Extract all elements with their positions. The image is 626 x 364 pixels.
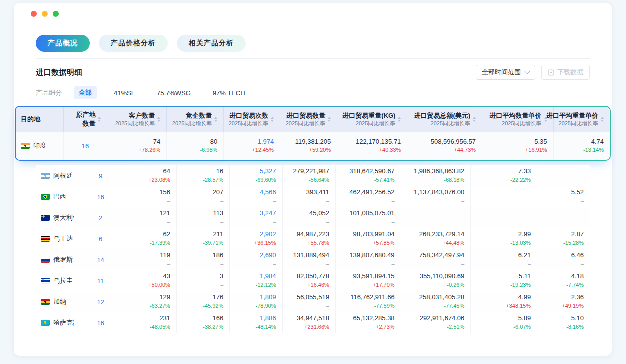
country-flag-icon (41, 299, 50, 305)
tab-product-overview[interactable]: 产品概况 (36, 35, 90, 52)
sort-icon[interactable] (214, 117, 218, 122)
cell-value: 119 (160, 251, 170, 260)
cell-value: 4.18 (572, 272, 584, 282)
table-row-uganda[interactable]: 乌干达662-17.39%211-39.71%2,902+36.15%94,98… (36, 228, 590, 250)
cell-value: 1,137,843,076.00 (414, 188, 464, 198)
cell-trade-times: 3,247– (230, 208, 282, 228)
col-trade-times[interactable]: 进口贸易次数2025同比增长率 (224, 107, 280, 132)
import-table-body: 阿根廷964+23.08%16-28.57%5,327-69.60%279,22… (36, 165, 590, 334)
cell-trade-times: 2,902+36.15% (230, 228, 282, 250)
table-row-india[interactable]: 印度1674+78.26%80-6.98%1,974+12.45%119,381… (16, 132, 610, 160)
cell-avg-quantity-price: 5.89-6.07% (471, 312, 538, 334)
col-competitor-count[interactable]: 竞企数量2025同比增长率 (167, 107, 224, 132)
cell-value: 98,703,991.04 (353, 230, 394, 240)
sort-icon[interactable] (601, 117, 604, 122)
table-row-argentina[interactable]: 阿根廷964+23.08%16-28.57%5,327-69.60%279,22… (36, 166, 590, 186)
cell-avg-weight-price: 4.18-7.74% (538, 270, 590, 292)
sort-icon[interactable] (398, 117, 401, 122)
sort-icon[interactable] (98, 117, 101, 122)
download-label: 下载数据 (558, 68, 584, 77)
origin-count-link[interactable]: 9 (99, 172, 102, 180)
col-avg-weight-price[interactable]: 进口平均重量单价2025同比增长率 (554, 107, 610, 132)
cell-value: 139,807,680.49 (350, 251, 394, 260)
origin-count-link[interactable]: 14 (97, 256, 104, 264)
yoy-change: – (220, 218, 224, 226)
trade-times-link[interactable]: 1,809 (260, 293, 276, 302)
origin-count-link[interactable]: 16 (97, 194, 104, 201)
table-row-ghana[interactable]: 加纳12129-63.27%176-45.92%1,809-78.90%56,0… (36, 292, 590, 312)
table-row-russia[interactable]: 俄罗斯14119–186–2,690–131,889,494–139,807,6… (36, 250, 590, 270)
origin-count-link[interactable]: 2 (99, 214, 102, 222)
col-origin-count[interactable]: 原产地数量 (64, 107, 108, 132)
trade-times-link[interactable]: 1,974 (258, 138, 274, 147)
trade-times-link[interactable]: 4,566 (260, 188, 276, 198)
col-trade-quantity[interactable]: 进口贸易数量2025同比增长率 (280, 107, 338, 132)
column-subtitle: 2025同比增长率 (286, 120, 326, 128)
cell-avg-quantity-price: 5.35+16.91% (482, 132, 554, 160)
time-range-select[interactable]: 全部时间范围 (476, 65, 536, 80)
col-trade-times-inner: 进口贸易次数2025同比增长率 (224, 112, 274, 128)
sort-down-caret (214, 120, 218, 122)
trade-times-link[interactable]: 1,984 (260, 272, 276, 282)
empty-value: – (528, 214, 531, 222)
filter-option-all[interactable]: 全部 (74, 86, 97, 100)
col-customer-count[interactable]: 客户数量2025同比增长率 (108, 107, 167, 132)
header-row: 目的地原产地数量客户数量2025同比增长率竞企数量2025同比增长率进口贸易次数… (16, 107, 610, 132)
table-row-australia[interactable]: 澳大利亚2121–113–3,247–45,052–101,005,075.01… (36, 208, 590, 228)
cell-value: 121 (160, 209, 170, 218)
origin-count-link[interactable]: 11 (98, 278, 104, 285)
cell-origin-count: 9 (80, 166, 122, 186)
sort-icon[interactable] (158, 117, 160, 122)
sort-up-caret (398, 117, 401, 119)
yoy-change: -13.03% (510, 240, 531, 248)
trade-times-link[interactable]: 2,902 (260, 230, 276, 240)
cell-trade-total-usd: 258,031,405.28-77.45% (401, 292, 471, 312)
col-trade-total-usd[interactable]: 进口贸易总额(美元)2025同比增长率 (408, 107, 482, 132)
origin-count-link[interactable]: 16 (82, 142, 89, 150)
cell-destination: 哈萨克斯坦 (36, 312, 80, 334)
trade-times-link[interactable]: 5,327 (260, 167, 276, 176)
filter-option-41sl[interactable]: 41%SL (109, 88, 140, 99)
sort-icon[interactable] (328, 117, 331, 122)
cell-trade-weight-kg: 98,703,991.04+57.85% (336, 228, 401, 250)
table-row-uruguay[interactable]: 乌拉圭1143+50.00%3–1,984-12.12%82,050,778+1… (36, 270, 590, 292)
column-title: 原产地 (76, 110, 96, 120)
tab-product-price-analysis[interactable]: 产品价格分析 (99, 35, 168, 52)
cell-value: 94,987,223 (297, 230, 330, 240)
yoy-change: – (326, 302, 330, 310)
filter-option-97tech[interactable]: 97% TECH (208, 88, 250, 99)
table-row-brazil[interactable]: 巴西16156–207–4,566–393,411–462,491,256.52… (36, 186, 590, 208)
page-content: 产品概况 产品价格分析 相关产品分析 进口数据明细 全部时间范围 (14, 3, 612, 356)
trade-times-link[interactable]: 1,886 (260, 314, 276, 324)
cell-customer-count: 121– (122, 208, 177, 228)
download-data-button[interactable]: 下载数据 (542, 65, 590, 80)
tab-related-product-analysis[interactable]: 相关产品分析 (177, 35, 246, 52)
cell-value: 4.74 (592, 138, 604, 147)
col-trade-weight-kg[interactable]: 进口贸易重量(KG)2025同比增长率 (338, 107, 408, 132)
filter-option-757wsg[interactable]: 75.7%WSG (152, 88, 196, 99)
sort-icon[interactable] (473, 117, 476, 122)
cell-destination: 巴西 (36, 186, 80, 208)
sort-icon[interactable] (271, 117, 274, 122)
origin-count-link[interactable]: 12 (97, 298, 104, 306)
cell-customer-count: 129-63.27% (122, 292, 177, 312)
cell-trade-times: 1,809-78.90% (230, 292, 282, 312)
cell-value: 186 (213, 251, 224, 260)
app-window: 产品概况 产品价格分析 相关产品分析 进口数据明细 全部时间范围 (14, 3, 612, 356)
origin-count-link[interactable]: 6 (99, 236, 102, 243)
cell-origin-count: 16 (80, 186, 122, 208)
trade-times-link[interactable]: 2,690 (260, 251, 276, 260)
yoy-change: -15.28% (564, 240, 584, 248)
yoy-change: – (326, 198, 330, 206)
empty-value: – (580, 214, 584, 222)
col-avg-quantity-price[interactable]: 进口平均数量单价2025同比增长率 (482, 107, 554, 132)
cell-trade-quantity: 119,381,205+59.20% (280, 132, 338, 160)
trade-times-link[interactable]: 3,247 (260, 209, 276, 218)
table-row-kazakhstan[interactable]: 哈萨克斯坦16231-48.05%166-38.27%1,886-48.14%3… (36, 312, 590, 334)
cell-avg-weight-price: 2.36+49.19% (538, 292, 590, 312)
cell-trade-total-usd: 1,137,843,076.00– (401, 186, 471, 208)
cell-trade-weight-kg: 462,491,256.52– (336, 186, 401, 208)
origin-count-link[interactable]: 16 (97, 320, 104, 327)
column-subtitle: 2025同比增长率 (172, 120, 212, 128)
cell-origin-count: 14 (80, 250, 122, 270)
